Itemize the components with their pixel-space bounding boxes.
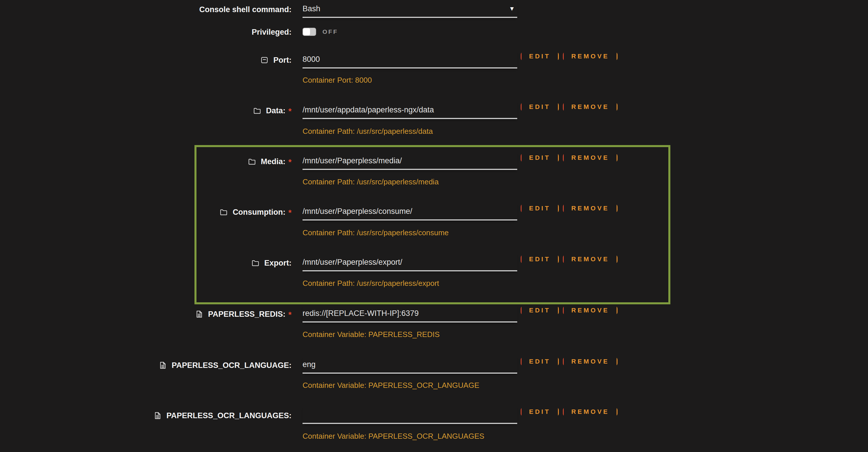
row-privileged: Privileged: OFF (0, 23, 868, 41)
export-label: Export: (0, 254, 291, 272)
field-label: PAPERLESS_OCR_LANGUAGE: (172, 361, 291, 370)
consumption-input[interactable]: /mnt/user/Paperpless/consume/ (303, 203, 517, 220)
field-label: Export: (265, 259, 292, 268)
paperless-redis-helper-text: Container Variable: PAPERLESS_REDIS (303, 330, 440, 339)
field-value: eng (303, 360, 315, 369)
remove-button[interactable]: REMOVE (563, 306, 618, 315)
field-value: redis://[REPLACE-WITH-IP]:6379 (303, 309, 419, 318)
folder-icon (253, 107, 261, 115)
field-label: Media: (261, 157, 286, 166)
edit-button[interactable]: EDIT (521, 357, 559, 366)
selected-option: Bash (303, 4, 320, 13)
privileged-value: OFF (303, 23, 517, 40)
export-helper-text: Container Path: /usr/src/paperless/expor… (303, 279, 439, 288)
paperless-redis-actions: EDIT REMOVE (521, 306, 618, 315)
consumption-label: Consumption: * (0, 203, 291, 221)
field-label: Consumption: (232, 208, 285, 217)
field-value: /mnt/user/Paperpless/media/ (303, 156, 402, 165)
file-icon (195, 310, 204, 319)
remove-button[interactable]: REMOVE (563, 254, 618, 264)
privileged-toggle[interactable] (303, 28, 316, 36)
edit-button[interactable]: EDIT (521, 153, 559, 162)
paperless-ocr-languages-label: PAPERLESS_OCR_LANGUAGES: (0, 406, 291, 425)
remove-button[interactable]: REMOVE (563, 52, 618, 61)
required-asterisk: * (288, 310, 291, 319)
folder-icon (219, 208, 228, 216)
edit-button[interactable]: EDIT (521, 102, 559, 112)
edit-button[interactable]: EDIT (521, 52, 559, 61)
row-export: Export: /mnt/user/Paperpless/export/ EDI… (0, 254, 868, 272)
export-actions: EDIT REMOVE (521, 254, 618, 264)
port-actions: EDIT REMOVE (521, 52, 618, 61)
console-shell-command-label: Console shell command: (0, 1, 291, 19)
paperless-ocr-language-actions: EDIT REMOVE (521, 357, 618, 366)
privileged-label: Privileged: (0, 23, 291, 41)
row-port: Port: 8000 EDIT REMOVE (0, 51, 868, 69)
required-asterisk: * (288, 157, 291, 167)
data-actions: EDIT REMOVE (521, 102, 618, 112)
data-input[interactable]: /mnt/user/appdata/paperless-ngx/data (303, 102, 517, 119)
media-input[interactable]: /mnt/user/Paperpless/media/ (303, 153, 517, 170)
edit-button[interactable]: EDIT (521, 204, 559, 213)
edit-button[interactable]: EDIT (521, 407, 559, 417)
remove-button[interactable]: REMOVE (563, 407, 618, 417)
row-paperless-redis: PAPERLESS_REDIS: * redis://[REPLACE-WITH… (0, 305, 868, 323)
paperless-ocr-language-label: PAPERLESS_OCR_LANGUAGE: (0, 356, 291, 374)
file-icon (153, 411, 162, 420)
export-input[interactable]: /mnt/user/Paperpless/export/ (303, 254, 517, 271)
field-label: Console shell command: (199, 5, 291, 14)
paperless-ocr-languages-helper-text: Container Variable: PAPERLESS_OCR_LANGUA… (303, 432, 484, 441)
paperless-ocr-languages-input[interactable] (303, 406, 517, 424)
port-label: Port: (0, 51, 291, 69)
port-input[interactable]: 8000 (303, 51, 517, 68)
row-paperless-ocr-languages: PAPERLESS_OCR_LANGUAGES: EDIT REMOVE (0, 406, 868, 425)
field-value: /mnt/user/Paperpless/export/ (303, 258, 402, 267)
data-label: Data: * (0, 102, 291, 120)
row-media: Media: * /mnt/user/Paperpless/media/ EDI… (0, 153, 868, 171)
folder-icon (251, 259, 260, 267)
console-shell-command-select[interactable]: Bash ▼ (303, 1, 517, 18)
remove-button[interactable]: REMOVE (563, 204, 618, 213)
field-label: Data: (266, 107, 286, 115)
port-helper-text: Container Port: 8000 (303, 76, 372, 85)
required-asterisk: * (288, 208, 291, 217)
row-paperless-ocr-language: PAPERLESS_OCR_LANGUAGE: eng EDIT REMOVE (0, 356, 868, 374)
file-icon (158, 361, 167, 370)
remove-button[interactable]: REMOVE (563, 102, 618, 112)
field-label: PAPERLESS_REDIS: (208, 310, 285, 319)
data-helper-text: Container Path: /usr/src/paperless/data (303, 127, 433, 136)
paperless-ocr-languages-actions: EDIT REMOVE (521, 407, 618, 417)
edit-button[interactable]: EDIT (521, 306, 559, 315)
row-consumption: Consumption: * /mnt/user/Paperpless/cons… (0, 203, 868, 221)
toggle-knob (303, 28, 310, 35)
toggle-state-label: OFF (322, 28, 338, 35)
folder-icon (248, 157, 256, 166)
row-data: Data: * /mnt/user/appdata/paperless-ngx/… (0, 102, 868, 120)
field-label: Privileged: (252, 28, 291, 37)
consumption-actions: EDIT REMOVE (521, 204, 618, 213)
media-label: Media: * (0, 153, 291, 171)
paperless-redis-input[interactable]: redis://[REPLACE-WITH-IP]:6379 (303, 305, 517, 323)
required-asterisk: * (288, 107, 291, 116)
field-label: PAPERLESS_OCR_LANGUAGES: (166, 411, 291, 420)
chevron-down-icon: ▼ (509, 5, 517, 12)
row-console-shell-command: Console shell command: Bash ▼ (0, 1, 868, 19)
field-value: /mnt/user/Paperpless/consume/ (303, 207, 412, 216)
field-value: 8000 (303, 55, 320, 64)
port-icon (260, 56, 269, 64)
docker-template-settings-page: Console shell command: Bash ▼ Privileged… (0, 0, 868, 452)
consumption-helper-text: Container Path: /usr/src/paperless/consu… (303, 228, 449, 237)
paperless-ocr-language-helper-text: Container Variable: PAPERLESS_OCR_LANGUA… (303, 381, 479, 390)
media-actions: EDIT REMOVE (521, 153, 618, 162)
paperless-ocr-language-input[interactable]: eng (303, 356, 517, 374)
media-helper-text: Container Path: /usr/src/paperless/media (303, 177, 439, 186)
paperless-redis-label: PAPERLESS_REDIS: * (0, 305, 291, 323)
field-value: /mnt/user/appdata/paperless-ngx/data (303, 106, 434, 115)
field-label: Port: (273, 56, 291, 65)
remove-button[interactable]: REMOVE (563, 357, 618, 366)
edit-button[interactable]: EDIT (521, 254, 559, 264)
remove-button[interactable]: REMOVE (563, 153, 618, 162)
